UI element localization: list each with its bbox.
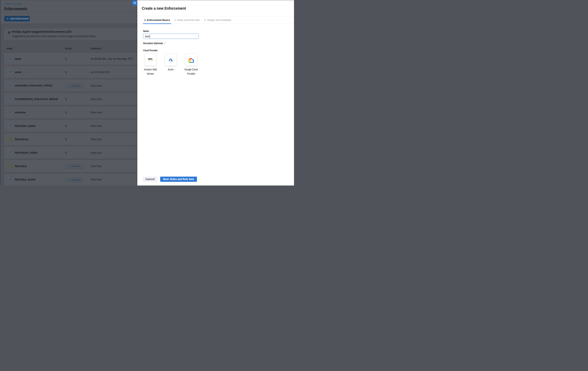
svg-text:aws: aws bbox=[148, 57, 152, 60]
